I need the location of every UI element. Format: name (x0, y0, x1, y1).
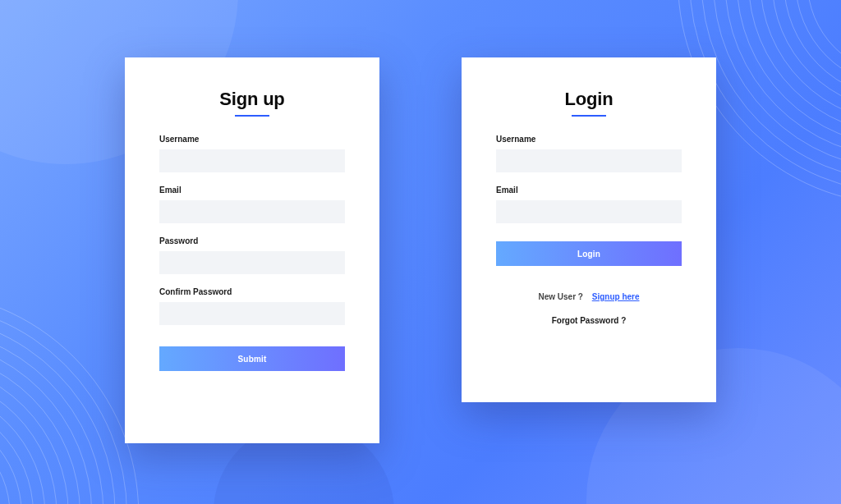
signup-submit-button[interactable]: Submit (159, 346, 345, 371)
signup-card: Sign up Username Email Password Confirm … (125, 57, 379, 443)
signup-password-label: Password (159, 236, 345, 245)
login-email-label: Email (496, 186, 682, 195)
signup-prompt-row: New User ? Signup here (496, 292, 682, 301)
login-card: Login Username Email Login New User ? Si… (462, 57, 716, 402)
login-username-input[interactable] (496, 149, 682, 172)
login-submit-button[interactable]: Login (496, 241, 682, 266)
signup-email-label: Email (159, 186, 345, 195)
signup-confirm-password-label: Confirm Password (159, 287, 345, 296)
login-username-label: Username (496, 135, 682, 144)
new-user-text: New User ? (538, 292, 582, 301)
login-title: Login (496, 89, 682, 110)
signup-username-label: Username (159, 135, 345, 144)
signup-password-input[interactable] (159, 251, 345, 274)
login-email-input[interactable] (496, 200, 682, 223)
signup-title: Sign up (159, 89, 345, 110)
signup-here-link[interactable]: Signup here (592, 292, 640, 301)
signup-username-input[interactable] (159, 149, 345, 172)
signup-confirm-password-input[interactable] (159, 302, 345, 325)
login-title-underline (572, 115, 606, 117)
signup-email-input[interactable] (159, 200, 345, 223)
forgot-password-link[interactable]: Forgot Password ? (552, 316, 627, 325)
signup-title-underline (235, 115, 269, 117)
stage: Sign up Username Email Password Confirm … (0, 0, 841, 504)
